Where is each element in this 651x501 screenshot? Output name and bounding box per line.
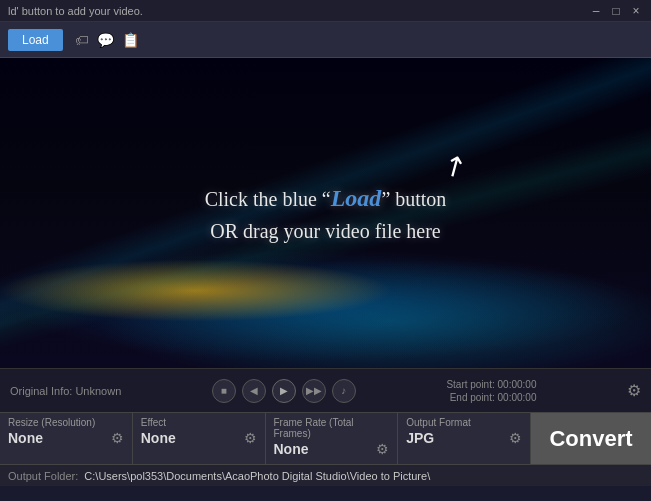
output-folder-label: Output Folder: [8, 470, 78, 482]
video-area[interactable]: ↗ Click the blue “Load” button OR drag y… [0, 58, 651, 368]
frame-rate-value: None [274, 441, 309, 457]
effect-label: Effect [141, 417, 257, 428]
chat-icon[interactable]: 💬 [97, 32, 114, 48]
play-button[interactable]: ▶ [272, 379, 296, 403]
frame-rate-group: Frame Rate (Total Frames) None ⚙ [266, 413, 399, 464]
time-info: Start point: 00:00:00 End point: 00:00:0… [446, 379, 536, 403]
bottom-controls: Resize (Resolution) None ⚙ Effect None ⚙… [0, 412, 651, 464]
info-bar: Original Info: Unknown ■ ◀ ▶ ▶▶ ♪ Start … [0, 368, 651, 412]
playback-controls: ■ ◀ ▶ ▶▶ ♪ [212, 379, 356, 403]
resize-label: Resize (Resolution) [8, 417, 124, 428]
toolbar-icons: 🏷 💬 📋 [75, 32, 139, 48]
prev-button[interactable]: ◀ [242, 379, 266, 403]
start-point-text: Start point: 00:00:00 [446, 379, 536, 390]
frame-rate-label: Frame Rate (Total Frames) [274, 417, 390, 439]
stop-button[interactable]: ■ [212, 379, 236, 403]
resize-group: Resize (Resolution) None ⚙ [0, 413, 133, 464]
title-bar-text: ld' button to add your video. [8, 5, 143, 17]
load-button[interactable]: Load [8, 29, 63, 51]
title-bar: ld' button to add your video. – □ × [0, 0, 651, 22]
title-bar-controls: – □ × [589, 4, 643, 18]
load-hint: ↗ Click the blue “Load” button OR drag y… [205, 180, 447, 246]
output-format-value: JPG [406, 430, 434, 446]
tag-icon[interactable]: 🏷 [75, 32, 89, 48]
end-point-text: End point: 00:00:00 [450, 392, 537, 403]
next-button[interactable]: ▶▶ [302, 379, 326, 403]
volume-button[interactable]: ♪ [332, 379, 356, 403]
output-folder-bar: Output Folder: C:\Users\pol353\Documents… [0, 464, 651, 486]
resize-settings-icon[interactable]: ⚙ [111, 430, 124, 446]
minimize-button[interactable]: – [589, 4, 603, 18]
maximize-button[interactable]: □ [609, 4, 623, 18]
settings-icon[interactable]: ⚙ [627, 381, 641, 400]
close-button[interactable]: × [629, 4, 643, 18]
original-info-text: Original Info: Unknown [10, 385, 121, 397]
output-format-group: Output Format JPG ⚙ [398, 413, 531, 464]
frame-rate-settings-icon[interactable]: ⚙ [376, 441, 389, 457]
effect-value: None [141, 430, 176, 446]
toolbar: Load 🏷 💬 📋 [0, 22, 651, 58]
effect-settings-icon[interactable]: ⚙ [244, 430, 257, 446]
effect-group: Effect None ⚙ [133, 413, 266, 464]
output-folder-path: C:\Users\pol353\Documents\AcaoPhoto Digi… [84, 470, 430, 482]
output-format-label: Output Format [406, 417, 522, 428]
hint-text: Click the blue “Load” button OR drag you… [205, 180, 447, 246]
output-format-settings-icon[interactable]: ⚙ [509, 430, 522, 446]
resize-value: None [8, 430, 43, 446]
convert-button[interactable]: Convert [531, 413, 651, 464]
clipboard-icon[interactable]: 📋 [122, 32, 139, 48]
